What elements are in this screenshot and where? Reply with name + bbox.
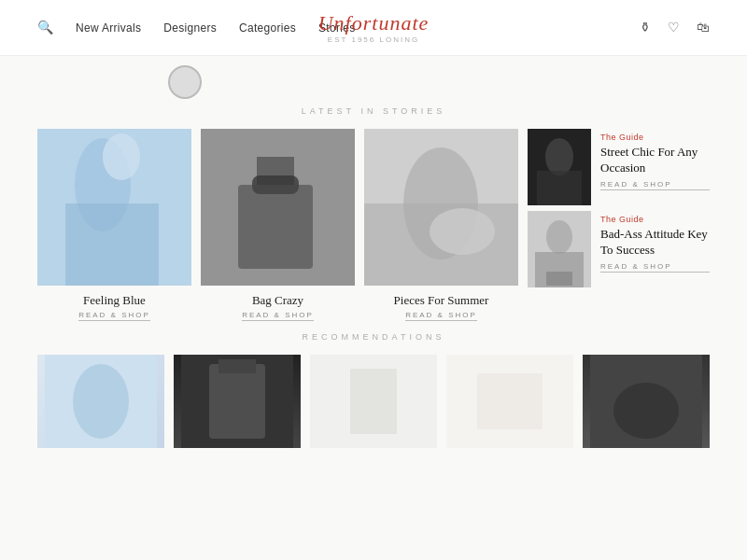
svg-point-17	[546, 220, 572, 254]
search-icon[interactable]: 🔍	[37, 20, 53, 35]
side-guide-1: The Guide	[600, 133, 710, 142]
svg-rect-8	[257, 157, 294, 185]
svg-point-3	[103, 133, 140, 180]
side-link-1[interactable]: READ & SHOP	[600, 180, 710, 190]
story-link-3[interactable]: READ & SHOP	[405, 311, 477, 321]
side-title-1: Street Chic For Any Occasion	[600, 145, 710, 176]
avatar	[168, 65, 202, 99]
story-title-1: Feeling Blue	[83, 293, 146, 308]
story-image-2	[201, 129, 355, 286]
side-article-text-2: The Guide Bad-Ass Attitude Key To Succes…	[600, 211, 710, 273]
svg-point-21	[73, 364, 129, 439]
svg-rect-2	[65, 203, 159, 286]
avatar-row	[37, 65, 710, 99]
main-stories: Feeling Blue READ & SHOP Bag Crazy READ …	[37, 129, 518, 321]
story-link-2[interactable]: READ & SHOP	[242, 311, 314, 321]
svg-rect-26	[350, 369, 397, 434]
story-image-3	[364, 129, 518, 286]
nav-right: ⚱ ♡ 🛍	[640, 20, 710, 35]
brand-title: Unfortunate	[318, 11, 430, 35]
side-article-image-2	[528, 211, 591, 287]
side-guide-2: The Guide	[600, 215, 710, 224]
nav-designers[interactable]: Designers	[163, 21, 217, 35]
recommendations-section: RECOMMENDATIONS	[37, 332, 710, 448]
brand-subtitle: EST 1956 LONING	[318, 35, 430, 44]
svg-rect-23	[209, 364, 265, 439]
wishlist-icon[interactable]: ♡	[668, 20, 680, 35]
svg-rect-6	[238, 185, 313, 269]
svg-rect-28	[477, 373, 543, 429]
rec-card-3[interactable]	[310, 355, 437, 448]
navigation: 🔍 New Arrivals Designers Categories Stor…	[0, 0, 747, 56]
cart-icon[interactable]: 🛍	[697, 21, 710, 35]
stories-section-label: LATEST IN STORIES	[37, 106, 710, 116]
story-image-1	[37, 129, 191, 286]
rec-card-5[interactable]	[583, 355, 710, 448]
story-card-pieces-summer: Pieces For Summer READ & SHOP	[364, 129, 518, 321]
side-title-2: Bad-Ass Attitude Key To Success	[600, 227, 710, 259]
story-card-feeling-blue: Feeling Blue READ & SHOP	[37, 129, 191, 321]
side-article-1: The Guide Street Chic For Any Occasion R…	[528, 129, 710, 205]
svg-point-12	[430, 208, 495, 255]
content-row: Feeling Blue READ & SHOP Bag Crazy READ …	[37, 129, 710, 321]
svg-point-30	[613, 383, 679, 439]
nav-categories[interactable]: Categories	[239, 21, 296, 35]
rec-card-2[interactable]	[174, 355, 301, 448]
side-articles: The Guide Street Chic For Any Occasion R…	[528, 129, 710, 287]
side-article-image-1	[528, 129, 591, 205]
side-article-text-1: The Guide Street Chic For Any Occasion R…	[600, 129, 710, 190]
main-content: LATEST IN STORIES Feeling Blue READ & SH…	[0, 65, 747, 448]
side-article-2: The Guide Bad-Ass Attitude Key To Succes…	[528, 211, 710, 287]
nav-new-arrivals[interactable]: New Arrivals	[76, 21, 141, 35]
story-title-2: Bag Crazy	[252, 293, 303, 308]
profile-icon[interactable]: ⚱	[640, 20, 651, 35]
nav-left: 🔍 New Arrivals Designers Categories Stor…	[37, 20, 356, 35]
recommendations-label: RECOMMENDATIONS	[37, 332, 710, 342]
svg-rect-24	[218, 359, 256, 373]
svg-rect-19	[546, 272, 572, 286]
nav-brand[interactable]: Unfortunate EST 1956 LONING	[318, 11, 430, 44]
story-title-3: Pieces For Summer	[394, 293, 489, 308]
svg-rect-15	[537, 171, 582, 205]
story-card-bag-crazy: Bag Crazy READ & SHOP	[201, 129, 355, 321]
rec-card-1[interactable]	[37, 355, 164, 448]
svg-point-14	[545, 138, 573, 175]
rec-card-4[interactable]	[446, 355, 573, 448]
recommendations-grid	[37, 355, 710, 448]
story-link-1[interactable]: READ & SHOP	[78, 311, 150, 321]
side-link-2[interactable]: READ & SHOP	[600, 262, 710, 273]
